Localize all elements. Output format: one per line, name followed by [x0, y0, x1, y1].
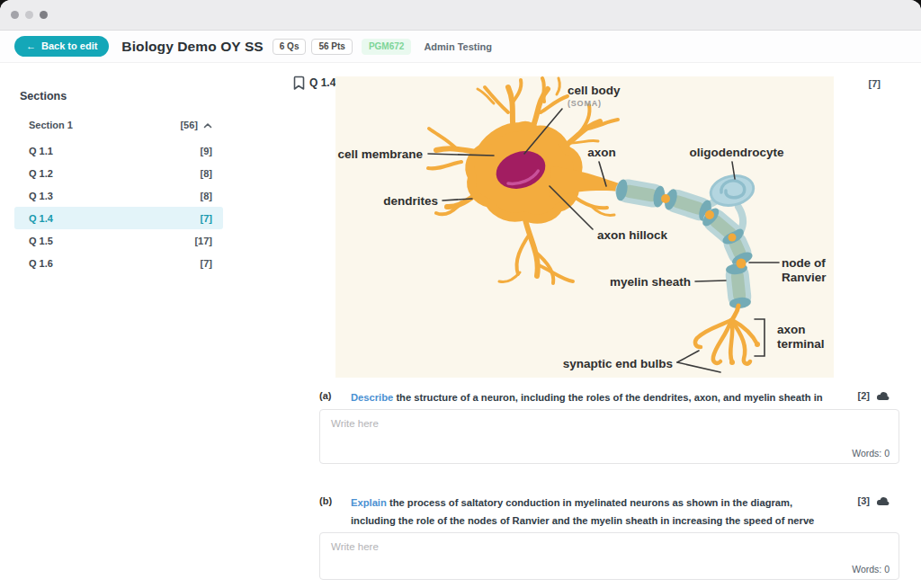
part-b-label: (b) [319, 495, 332, 506]
section-label: Section 1 [29, 120, 73, 130]
label-node-of-ranvier-1: node of [782, 256, 826, 270]
question-points: [8] [201, 191, 212, 201]
question-label: Q 1.6 [29, 258, 53, 269]
sidebar-item-q1-1[interactable]: Q 1.1 [9] [14, 139, 223, 162]
question-label: Q 1.3 [29, 191, 53, 201]
sidebar-item-q1-5[interactable]: Q 1.5 [17] [14, 229, 223, 252]
question-points: [7] [201, 258, 212, 269]
answer-box-b: Words: 0 [319, 532, 899, 580]
question-label: Q 1.1 [29, 146, 53, 156]
answer-input-b[interactable] [320, 533, 899, 579]
window-chrome [0, 0, 921, 31]
user-label: Admin Testing [424, 41, 492, 52]
question-points: [7] [201, 213, 212, 224]
cloud-icon[interactable] [876, 390, 890, 401]
question-label: Q 1.5 [29, 236, 53, 246]
back-button-label: Back to edit [41, 40, 97, 51]
question-points: [9] [201, 146, 212, 156]
section-points: [56] [180, 120, 198, 130]
sections-sidebar: Sections Section 1 [56] Q 1.1 [9] Q 1.2 [0, 64, 279, 588]
question-total-marks: [7] [869, 78, 881, 89]
label-axon-terminal-2: terminal [777, 337, 825, 351]
label-node-of-ranvier-2: Ranvier [782, 271, 827, 284]
sidebar-item-q1-3[interactable]: Q 1.3 [8] [14, 184, 223, 207]
app-window: ← Back to edit Biology Demo OY SS 6 Qs 5… [0, 0, 921, 588]
neuron-diagram: cell body (SOMA) cell membrane axon olig… [335, 76, 834, 378]
sidebar-section-1[interactable]: Section 1 [56] [14, 113, 223, 137]
label-cell-body: cell body [568, 84, 621, 97]
label-axon-terminal-1: axon [777, 323, 806, 336]
question-list: Q 1.1 [9] Q 1.2 [8] Q 1.3 [8] Q 1.4 [7] [0, 139, 279, 274]
cloud-icon[interactable] [876, 495, 890, 506]
question-label: Q 1.2 [29, 168, 53, 179]
part-a-verb: Describe [351, 392, 393, 403]
sidebar-item-q1-2[interactable]: Q 1.2 [8] [14, 162, 223, 184]
sidebar-item-q1-4[interactable]: Q 1.4 [7] [14, 207, 223, 229]
window-close-button[interactable] [11, 11, 19, 19]
content-area: Sections Section 1 [56] Q 1.1 [9] Q 1.2 [0, 64, 921, 588]
current-question-label: Q 1.4 [309, 76, 335, 89]
screenshot-root: ← Back to edit Biology Demo OY SS 6 Qs 5… [0, 0, 921, 588]
sidebar-item-q1-6[interactable]: Q 1.6 [7] [14, 252, 223, 274]
part-a-marks-group: [2] [858, 390, 890, 401]
question-points: [17] [194, 236, 212, 246]
back-to-edit-button[interactable]: ← Back to edit [14, 36, 109, 57]
sidebar-heading: Sections [20, 90, 279, 102]
chevron-up-icon[interactable] [203, 122, 212, 129]
program-code-badge: PGM672 [362, 39, 411, 55]
app-header: ← Back to edit Biology Demo OY SS 6 Qs 5… [0, 31, 921, 63]
part-b-verb: Explain [351, 497, 387, 508]
label-cell-membrane: cell membrane [337, 147, 423, 161]
label-myelin-sheath: myelin sheath [610, 275, 691, 289]
label-soma: (SOMA) [568, 99, 602, 108]
part-a-label: (a) [319, 390, 331, 401]
page-title: Biology Demo OY SS [121, 39, 263, 55]
questions-count-badge: 6 Qs [273, 39, 307, 55]
answer-input-a[interactable] [320, 410, 899, 463]
label-dendrites: dendrites [383, 194, 438, 208]
label-synaptic-end-bulbs: synaptic end bulbs [563, 357, 673, 370]
label-oligodendrocyte: oligodendrocyte [689, 146, 783, 159]
points-count-badge: 56 Pts [311, 39, 352, 55]
part-a-marks: [2] [858, 390, 870, 401]
label-axon: axon [587, 146, 616, 159]
bookmark-icon[interactable] [292, 76, 305, 91]
question-panel: Q 1.4 [7] [279, 64, 921, 588]
diagram-background [335, 76, 834, 378]
label-axon-hillock: axon hillock [597, 228, 668, 242]
part-b-marks-group: [3] [858, 495, 890, 506]
question-label: Q 1.4 [29, 213, 53, 224]
part-b-marks: [3] [858, 495, 870, 506]
back-arrow-icon: ← [26, 40, 36, 51]
window-maximize-button[interactable] [40, 11, 48, 19]
window-minimize-button[interactable] [25, 11, 33, 19]
answer-box-a: Words: 0 [319, 409, 899, 464]
question-points: [8] [201, 168, 212, 179]
